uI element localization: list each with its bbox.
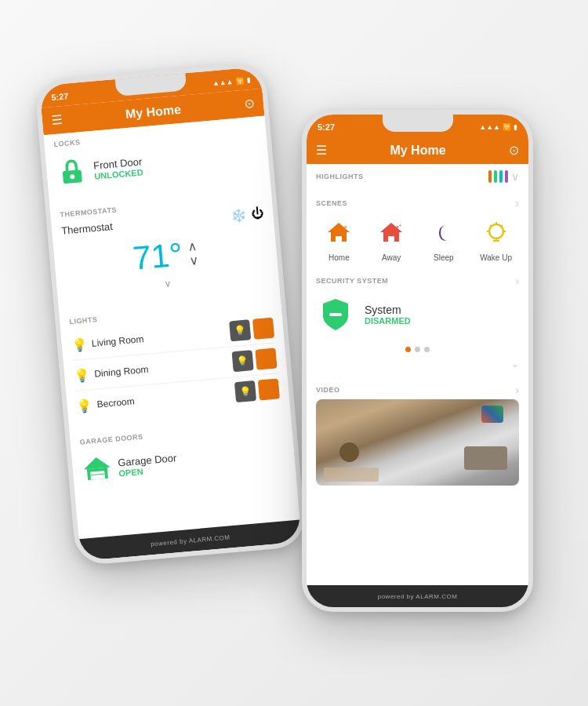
dot-2 (415, 347, 420, 352)
status-icons-back: ▲▲▲ 🛜 ▮ (212, 76, 250, 87)
highlights-chevron[interactable]: ∨ (511, 170, 519, 183)
wifi-icon: 🛜 (235, 77, 245, 86)
security-section: SECURITY SYSTEM › System DISARMED (307, 270, 528, 374)
bulb-icon-1: 💡 (74, 367, 91, 384)
temp-down-btn[interactable]: ∨ (189, 254, 199, 267)
svg-rect-23 (329, 313, 342, 316)
video-chevron[interactable]: › (515, 384, 519, 396)
table (339, 442, 359, 462)
alarm-logo-front: powered by ALARM.COM (378, 593, 458, 600)
svg-marker-2 (83, 456, 111, 469)
light-name-1: Dining Room (94, 356, 234, 379)
scenes-label: SCENES (316, 199, 347, 207)
security-footer: ⌄ (307, 357, 528, 374)
pillow (481, 406, 503, 423)
scene-away[interactable]: Away (374, 216, 408, 262)
light-controls-0: 💡 (229, 318, 274, 342)
bulb-icon-0: 💡 (71, 337, 88, 353)
phones-container: 5:27 ▲▲▲ 🛜 ▮ ☰ My Home ⊙ LOCKS (39, 31, 549, 675)
phone-front: 5:27 ▲▲▲ 🛜 ▮ ☰ My Home ⊙ HIGHLIGHTS (302, 110, 533, 612)
lock-icon (55, 155, 89, 189)
highlights-bar (488, 170, 508, 183)
video-thumbnail[interactable] (316, 399, 519, 486)
highlights-section: HIGHLIGHTS ∨ (307, 164, 528, 187)
svg-rect-13 (388, 236, 394, 242)
scenes-section: SCENES › (307, 192, 528, 265)
light-name-0: Living Room (91, 326, 230, 349)
scene-wakeup-icon (479, 216, 514, 250)
security-system-name: System (365, 304, 411, 316)
header-title-front: My Home (327, 144, 509, 158)
security-info: System DISARMED (365, 304, 411, 326)
phone-back: 5:27 ▲▲▲ 🛜 ▮ ☰ My Home ⊙ LOCKS (34, 61, 307, 566)
dot-1 (405, 347, 411, 352)
scenes-chevron[interactable]: › (515, 197, 519, 209)
scene-away-label: Away (382, 253, 401, 262)
scenes-header: SCENES › (307, 192, 528, 209)
wifi-icon-front: 🛜 (503, 123, 511, 131)
scene-away-icon (374, 216, 408, 250)
security-content: System DISARMED (307, 287, 528, 342)
light-controls-2: 💡 (234, 378, 280, 402)
security-chevron[interactable]: › (515, 275, 519, 287)
garage-info: Garage Door OPEN (118, 442, 286, 478)
light-off-btn-1[interactable]: 💡 (232, 350, 254, 372)
power-icon[interactable]: ⏻ (250, 206, 264, 221)
bar-1 (488, 170, 492, 183)
expand-icon[interactable]: ∨ (164, 278, 172, 289)
video-header: VIDEO › (307, 379, 528, 399)
carousel-dots (307, 342, 528, 357)
light-off-btn-2[interactable]: 💡 (234, 380, 256, 402)
settings-icon-back[interactable]: ⊙ (243, 96, 255, 111)
settings-icon-front[interactable]: ⊙ (509, 143, 519, 158)
security-header: SECURITY SYSTEM › (307, 270, 528, 287)
bulb-icon-2: 💡 (76, 398, 93, 414)
scene-sleep-icon (426, 216, 461, 250)
scene-home-label: Home (328, 253, 350, 262)
video-label: VIDEO (316, 386, 340, 394)
scene-wakeup[interactable]: Wake Up (479, 216, 514, 262)
scene-sleep[interactable]: Sleep (426, 216, 461, 262)
collapse-icon[interactable]: ⌄ (511, 358, 519, 369)
highlights-controls: ∨ (488, 170, 519, 183)
svg-line-17 (490, 225, 492, 227)
light-on-btn-0[interactable] (252, 318, 274, 340)
bar-3 (499, 170, 503, 183)
notch-front (383, 115, 453, 132)
alarm-logo-back: powered by ALARM.COM (151, 533, 230, 548)
svg-line-20 (501, 225, 503, 227)
light-on-btn-1[interactable] (255, 348, 277, 370)
snowflake-icon[interactable]: ❄️ (230, 207, 248, 224)
light-name-2: Becroom (96, 387, 236, 409)
bar-2 (494, 170, 497, 183)
light-off-btn-0[interactable]: 💡 (229, 319, 251, 341)
signal-icon: ▲▲▲ (212, 78, 234, 87)
thermostats-section: THERMOSTATS Thermostat ❄️ ⏻ 71° ∧ ∨ (49, 186, 279, 308)
bar-4 (505, 170, 508, 183)
temp-arrows: ∧ ∨ (187, 240, 199, 267)
security-label: SECURITY SYSTEM (316, 277, 388, 285)
bottom-bar-front: powered by ALARM.COM (307, 585, 528, 607)
menu-icon-front[interactable]: ☰ (316, 143, 327, 158)
temp-up-btn[interactable]: ∧ (187, 240, 198, 253)
app-header-front: ☰ My Home ⊙ (307, 136, 528, 164)
security-system-status: DISARMED (365, 316, 411, 326)
scene-sleep-label: Sleep (434, 253, 454, 262)
garage-section: GARAGE DOORS (70, 413, 296, 497)
status-icons-front: ▲▲▲ 🛜 ▮ (479, 123, 517, 131)
lights-section: LIGHTS 💡 Living Room 💡 💡 Dining Room (59, 293, 290, 428)
scene-home-icon (321, 216, 356, 250)
lock-info: Front Door UNLOCKED (93, 145, 260, 180)
scene-home[interactable]: Home (321, 216, 356, 262)
svg-marker-11 (380, 223, 402, 232)
dot-3 (424, 347, 430, 352)
security-shield-icon (316, 295, 355, 334)
signal-icon-front: ▲▲▲ (479, 123, 500, 131)
thermo-controls: ❄️ ⏻ (230, 206, 264, 224)
rug (324, 468, 379, 482)
sofa (464, 446, 507, 470)
light-controls-1: 💡 (232, 348, 278, 373)
battery-icon: ▮ (246, 76, 251, 84)
light-on-btn-2[interactable] (258, 378, 280, 400)
scenes-grid: Home (307, 209, 528, 265)
